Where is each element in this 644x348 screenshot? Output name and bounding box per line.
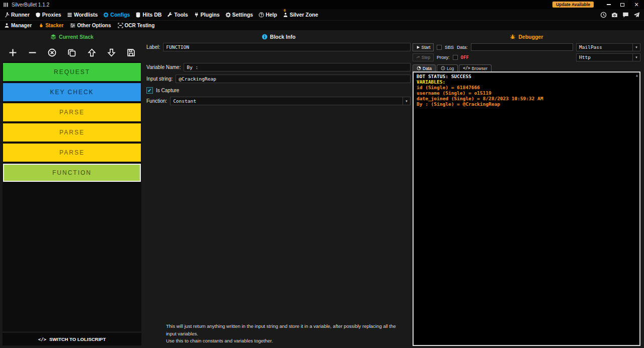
- menu-item-proxies[interactable]: Proxies: [35, 12, 61, 18]
- clone-block-button[interactable]: [67, 48, 76, 57]
- submenu-item-other-options[interactable]: Other Options: [70, 23, 111, 28]
- play-icon: [416, 45, 420, 49]
- stack-block-function[interactable]: FUNCTION: [3, 164, 141, 182]
- variable-name-label: Variable Name:: [146, 64, 181, 70]
- debugger-title: Debugger: [518, 34, 543, 40]
- save-stack-button[interactable]: [127, 48, 135, 57]
- scroll-up-icon[interactable]: ▲: [636, 74, 638, 78]
- camera-icon: [611, 12, 618, 18]
- debugger-log-output: BOT STATUS: SUCCESS VARIABLES: id (Singl…: [413, 72, 640, 346]
- move-block-up-button[interactable]: [88, 48, 96, 57]
- stack-block-label: PARSE: [59, 149, 85, 156]
- menu-item-help[interactable]: Help: [259, 12, 277, 18]
- menu-item-plugins[interactable]: Plugins: [194, 12, 220, 18]
- start-button[interactable]: Start: [413, 43, 434, 51]
- stack-block-request[interactable]: REQUEST: [3, 63, 141, 81]
- submenu-item-manager[interactable]: Manager: [4, 23, 32, 28]
- stack-block-label: REQUEST: [54, 68, 90, 76]
- info-icon: [262, 34, 268, 40]
- menu-label: Runner: [11, 12, 30, 18]
- label-field-row: Label:: [146, 43, 411, 51]
- step-button[interactable]: Step: [413, 53, 434, 61]
- submenu-label: Other Options: [77, 23, 111, 28]
- maximize-button[interactable]: [615, 0, 629, 9]
- menu-item-silver-zone[interactable]: 6Silver Zone: [283, 12, 318, 18]
- menu-right-icons: [600, 12, 640, 18]
- data-input[interactable]: [471, 43, 573, 51]
- minimize-button[interactable]: [602, 0, 615, 9]
- debugger-panel: Debugger Start SBS Data: MailPass ▼ Step…: [412, 30, 644, 348]
- proxy-checkbox[interactable]: [453, 55, 458, 60]
- stack-block-parse-3[interactable]: PARSE: [3, 144, 141, 162]
- stack-toolbar: [3, 43, 141, 62]
- function-select[interactable]: Constant ▼: [170, 97, 411, 105]
- list-icon: [67, 12, 72, 18]
- move-block-down-button[interactable]: [107, 48, 116, 57]
- input-string-input[interactable]: [176, 75, 411, 83]
- code-icon: </>: [463, 66, 470, 71]
- function-label: Function:: [146, 98, 167, 104]
- debugger-header: Debugger: [413, 30, 640, 43]
- update-available-badge[interactable]: Update Available: [552, 2, 594, 8]
- stack-block-parse-2[interactable]: PARSE: [3, 123, 141, 142]
- menu-item-settings[interactable]: Settings: [225, 12, 253, 18]
- maximize-icon: [620, 3, 624, 7]
- remove-block-button[interactable]: [28, 48, 37, 57]
- tab-browser[interactable]: </>Browser: [459, 64, 492, 72]
- block-info-header: Block Info: [146, 30, 411, 43]
- history-button[interactable]: [600, 12, 607, 18]
- arrow-up-icon: [88, 48, 96, 57]
- submenu-item-stacker[interactable]: Stacker: [38, 23, 63, 28]
- menu-label: Configs: [110, 12, 130, 18]
- label-input[interactable]: [163, 43, 411, 51]
- silver-zone-count-badge: 6: [284, 8, 286, 13]
- send-button[interactable]: [633, 12, 640, 18]
- is-capture-checkbox[interactable]: ✓: [146, 87, 153, 94]
- wordlist-type-select[interactable]: MailPass ▼: [576, 43, 640, 51]
- is-capture-label: Is Capture: [156, 88, 179, 93]
- main-menu-bar: Runner Proxies Wordlists Configs Hits DB…: [0, 9, 644, 20]
- menu-item-runner[interactable]: Runner: [4, 12, 30, 18]
- title-bar: SilverBullet 1.1.2 Update Available ×: [0, 0, 644, 9]
- menu-item-tools[interactable]: Tools: [167, 12, 188, 18]
- close-button[interactable]: ×: [629, 0, 644, 9]
- chat-icon: [622, 12, 629, 18]
- stack-block-parse-1[interactable]: PARSE: [3, 103, 141, 121]
- chat-button[interactable]: [622, 12, 629, 18]
- add-block-button[interactable]: [9, 48, 17, 57]
- sbs-label: SBS: [445, 45, 454, 50]
- data-label: Data:: [457, 45, 468, 50]
- circle-x-icon: [48, 48, 56, 57]
- bug-icon: [510, 34, 516, 40]
- variable-name-input[interactable]: [184, 63, 411, 72]
- stack-block-key-check[interactable]: KEY CHECK: [3, 83, 141, 101]
- menu-item-configs[interactable]: Configs: [103, 12, 130, 18]
- menu-item-hits-db[interactable]: Hits DB: [135, 12, 162, 18]
- menu-label: Hits DB: [142, 12, 162, 18]
- chevron-down-icon: ▼: [403, 97, 410, 105]
- screenshot-button[interactable]: [611, 12, 618, 18]
- proxy-type-select[interactable]: Http ▼: [576, 53, 640, 61]
- stack-block-label: FUNCTION: [52, 169, 92, 176]
- tab-log[interactable]: Log: [437, 64, 458, 72]
- block-info-title: Block Info: [270, 34, 296, 40]
- person-icon: [4, 23, 10, 28]
- block-description: This will just return anything written i…: [166, 323, 399, 345]
- menu-label: Silver Zone: [290, 12, 318, 18]
- minimize-icon: [607, 4, 611, 5]
- tab-data[interactable]: Data: [413, 64, 436, 72]
- proxy-type-value: Http: [577, 54, 632, 60]
- switch-to-loliscript-button[interactable]: </> SWITCH TO LOLISCRIPT: [3, 333, 141, 345]
- disable-block-button[interactable]: [48, 48, 56, 57]
- chevron-down-icon: ▼: [632, 54, 640, 61]
- menu-item-wordlists[interactable]: Wordlists: [67, 12, 98, 18]
- menu-label: Tools: [174, 12, 188, 18]
- submenu-item-ocr-testing[interactable]: OCR Testing: [118, 23, 155, 28]
- wordlist-type-value: MailPass: [577, 44, 632, 50]
- step-icon: [416, 55, 420, 59]
- scan-icon: [118, 23, 123, 28]
- history-icon: [441, 66, 445, 71]
- window-title: SilverBullet 1.1.2: [12, 2, 49, 8]
- current-stack-header: Current Stack: [3, 30, 141, 43]
- sbs-checkbox[interactable]: [437, 45, 442, 50]
